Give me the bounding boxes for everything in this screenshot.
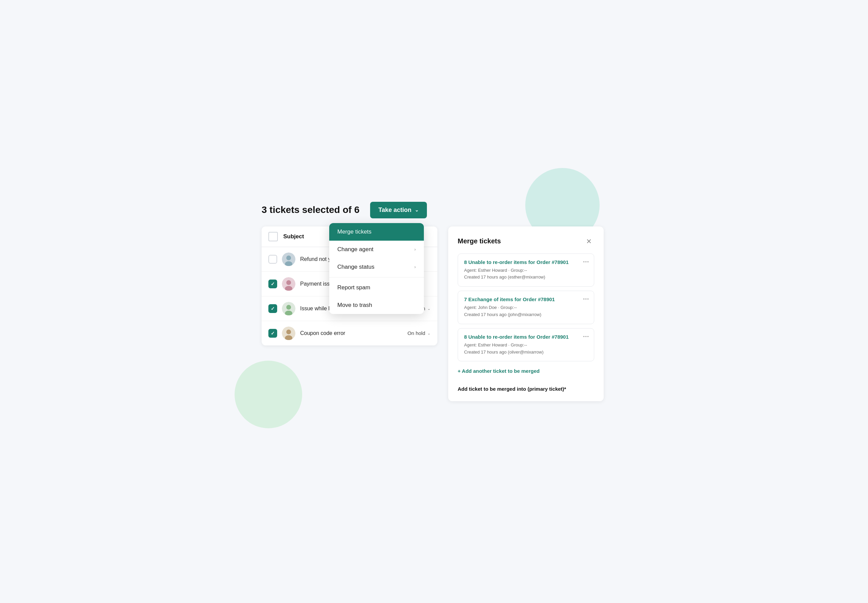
- created-3: Created 17 hours ago (oliver@mixarrow): [464, 349, 544, 354]
- svg-point-10: [286, 329, 291, 334]
- avatar-3: [282, 302, 295, 315]
- group-3: Group:--: [511, 342, 527, 348]
- merge-ticket-meta-2: Agent: John Doe · Group:-- Created 17 ho…: [464, 304, 588, 319]
- created-1: Created 17 hours ago (esther@mixarrow): [464, 274, 545, 280]
- avatar-1: [282, 252, 295, 266]
- svg-point-4: [286, 280, 291, 285]
- select-all-checkbox[interactable]: [269, 232, 278, 241]
- merge-ticket-card-3: 8 Unable to re-order items for Order #78…: [458, 328, 594, 362]
- separator-3: ·: [508, 342, 511, 348]
- dropdown-item-move-trash-label: Move to trash: [337, 302, 372, 309]
- svg-point-1: [286, 255, 291, 260]
- group-1: Group:--: [511, 268, 527, 273]
- avatar-2: [282, 277, 295, 291]
- row-status-4: On hold ⌄: [407, 330, 431, 336]
- merge-ticket-meta-3: Agent: Esther Howard · Group:-- Created …: [464, 342, 588, 356]
- group-2: Group:--: [500, 305, 517, 310]
- dropdown-item-change-agent-label: Change agent: [337, 246, 374, 253]
- close-button[interactable]: ✕: [584, 236, 594, 247]
- dropdown-item-move-trash[interactable]: Move to trash: [329, 297, 424, 314]
- table-row: Coupon code error On hold ⌄: [262, 321, 437, 345]
- status-label-4: On hold: [407, 330, 425, 336]
- separator-1: ·: [508, 268, 511, 273]
- primary-ticket-label: Add ticket to be merged into (primary ti…: [458, 386, 594, 392]
- card-more-button-2[interactable]: ···: [583, 296, 589, 303]
- dropdown-item-report-spam-label: Report spam: [337, 284, 370, 291]
- row-checkbox-3[interactable]: [269, 304, 277, 313]
- agent-1: Agent: Esther Howard: [464, 268, 507, 273]
- merge-ticket-title-1[interactable]: 8 Unable to re-order items for Order #78…: [464, 259, 588, 265]
- dropdown-item-change-status[interactable]: Change status ›: [329, 258, 424, 276]
- tickets-selected-text: 3 tickets selected of 6: [262, 204, 359, 215]
- svg-point-7: [286, 305, 291, 309]
- row-checkbox-1[interactable]: [269, 255, 277, 264]
- dropdown-menu: Merge tickets Change agent › Change stat…: [329, 223, 424, 314]
- dropdown-item-change-status-label: Change status: [337, 264, 375, 271]
- status-chevron-icon-4[interactable]: ⌄: [427, 331, 431, 336]
- separator-2: ·: [498, 305, 500, 310]
- merge-ticket-title-2[interactable]: 7 Exchange of items for Order #78901: [464, 297, 588, 302]
- chevron-right-icon: ›: [414, 247, 416, 252]
- card-more-button-1[interactable]: ···: [583, 258, 589, 266]
- row-checkbox-2[interactable]: [269, 280, 277, 288]
- agent-2: Agent: John Doe: [464, 305, 497, 310]
- merge-ticket-title-3[interactable]: 8 Unable to re-order items for Order #78…: [464, 334, 588, 340]
- dropdown-item-merge-label: Merge tickets: [337, 229, 371, 235]
- take-action-label: Take action: [378, 207, 411, 213]
- content-area: 3 tickets selected of 6 Take action ⌄ Su…: [262, 202, 606, 402]
- merge-ticket-card-2: 7 Exchange of items for Order #78901 Age…: [458, 291, 594, 324]
- row-checkbox-4[interactable]: [269, 329, 277, 338]
- merge-panel: Merge tickets ✕ 8 Unable to re-order ite…: [448, 226, 604, 402]
- agent-3: Agent: Esther Howard: [464, 342, 507, 348]
- merge-ticket-card-1: 8 Unable to re-order items for Order #78…: [458, 254, 594, 287]
- avatar-4: [282, 326, 295, 340]
- row-subject-4: Coupon code error: [300, 330, 403, 336]
- status-chevron-icon-3[interactable]: ⌄: [427, 306, 431, 311]
- chevron-down-icon: ⌄: [415, 207, 419, 213]
- take-action-button[interactable]: Take action ⌄: [370, 202, 427, 218]
- chevron-right-icon-2: ›: [414, 264, 416, 269]
- merge-panel-header: Merge tickets ✕: [458, 236, 594, 247]
- merge-panel-title: Merge tickets: [458, 237, 501, 245]
- created-2: Created 17 hours ago (john@mixarrow): [464, 312, 542, 317]
- card-more-button-3[interactable]: ···: [583, 333, 589, 340]
- dropdown-item-report-spam[interactable]: Report spam: [329, 279, 424, 297]
- dropdown-item-merge[interactable]: Merge tickets: [329, 223, 424, 241]
- main-content: Subject Refund not yet received: [262, 226, 606, 402]
- dropdown-item-change-agent[interactable]: Change agent ›: [329, 241, 424, 258]
- page-wrapper: 3 tickets selected of 6 Take action ⌄ Su…: [248, 181, 620, 422]
- header-row: 3 tickets selected of 6 Take action ⌄: [262, 202, 606, 218]
- subject-header: Subject: [283, 233, 304, 240]
- add-ticket-link[interactable]: + Add another ticket to be merged: [458, 368, 539, 374]
- merge-ticket-meta-1: Agent: Esther Howard · Group:-- Created …: [464, 267, 588, 281]
